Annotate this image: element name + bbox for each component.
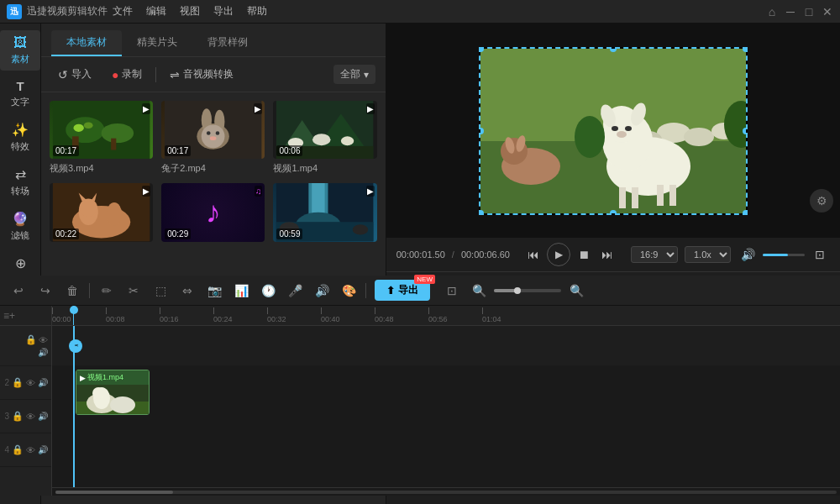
zoom-slider[interactable] xyxy=(494,289,561,292)
overlay-icon: ⊕ xyxy=(15,255,26,271)
zoom-out-button[interactable]: 🔍 xyxy=(467,279,491,302)
sidebar-item-effects[interactable]: ✨ 特效 xyxy=(0,117,40,158)
menu-file[interactable]: 文件 xyxy=(113,4,133,18)
time-total: 00:00:06.60 xyxy=(461,249,510,260)
volume-icon[interactable]: 🔊 xyxy=(738,244,758,265)
handle-top-right[interactable] xyxy=(743,47,748,52)
undo-button[interactable]: ↩ xyxy=(7,279,30,302)
video-clip[interactable]: ▶ 视频1.mp4 xyxy=(76,370,150,415)
menu-view[interactable]: 视图 xyxy=(180,4,200,18)
sidebar-item-filter[interactable]: 🔮 滤镜 xyxy=(0,206,40,247)
chart-button[interactable]: 📊 xyxy=(229,279,253,302)
edit-button[interactable]: ✏ xyxy=(95,279,118,302)
fit-button[interactable]: ⊡ xyxy=(440,279,464,302)
home-icon[interactable]: ⌂ xyxy=(766,6,778,18)
media-item-2[interactable]: 00:06 ▶ 视频1.mp4 xyxy=(273,101,376,175)
cut-button[interactable]: ✂ xyxy=(122,279,145,302)
scrollbar-thumb[interactable] xyxy=(55,491,173,494)
media-duration-0: 00:17 xyxy=(53,145,79,156)
track-4-eye-icon[interactable]: 👁 xyxy=(26,445,35,455)
sidebar-item-transition[interactable]: ⇄ 转场 xyxy=(0,161,40,202)
sidebar-item-media[interactable]: 🖼 素材 xyxy=(0,30,40,71)
add-track-icon[interactable]: ≡+ xyxy=(3,310,15,322)
tab-local[interactable]: 本地素材 xyxy=(51,30,122,56)
track-1-mute-icon[interactable]: 🔊 xyxy=(38,348,48,357)
svg-point-68 xyxy=(92,387,104,399)
track-3-mute-icon[interactable]: 🔊 xyxy=(38,412,48,421)
track-1-eye-icon[interactable]: 👁 xyxy=(39,335,48,345)
import-button[interactable]: ↺ 导入 xyxy=(51,64,98,85)
preview-settings-button[interactable]: ⚙ xyxy=(810,189,833,213)
color-button[interactable]: 🎨 xyxy=(337,279,360,302)
prev-frame-button[interactable]: ⏮ xyxy=(523,244,543,265)
play-controls: ⏮ ▶ ⏹ ⏭ xyxy=(523,243,617,266)
ratio-select[interactable]: 16:9 xyxy=(631,246,678,263)
mic-button[interactable]: 🎤 xyxy=(283,279,307,302)
media-item-5[interactable]: 00:59 ▶ xyxy=(273,183,376,244)
track-1: ✂ xyxy=(52,326,840,366)
ruler-playhead-head xyxy=(70,306,78,314)
track-4-mute-icon[interactable]: 🔊 xyxy=(38,445,48,454)
record-button[interactable]: ● 录制 xyxy=(105,64,149,85)
track-3 xyxy=(52,418,840,452)
track-2-num: 2 xyxy=(4,378,9,387)
playhead-line xyxy=(73,326,75,487)
tab-background[interactable]: 背景样例 xyxy=(192,30,263,56)
media-item-0[interactable]: 00:17 ▶ 视频3.mp4 xyxy=(50,101,153,175)
sidebar-item-text[interactable]: T 文字 xyxy=(0,74,40,113)
track-label-3: 3 🔒 👁 🔊 xyxy=(0,400,51,433)
tab-premium[interactable]: 精美片头 xyxy=(122,30,192,56)
delete-button[interactable]: 🗑 xyxy=(60,279,84,302)
track-2-eye-icon[interactable]: 👁 xyxy=(26,378,35,388)
screenshot-button[interactable]: 📷 xyxy=(202,279,226,302)
next-frame-button[interactable]: ⏭ xyxy=(597,244,617,265)
clock-button[interactable]: 🕐 xyxy=(256,279,280,302)
ruler-corner: ≡+ xyxy=(0,306,51,326)
track-label-2: 2 🔒 👁 🔊 xyxy=(0,366,51,400)
track-4-lock-icon[interactable]: 🔒 xyxy=(12,444,24,455)
track-label-4: 4 🔒 👁 🔊 xyxy=(0,433,51,467)
handle-top-left[interactable] xyxy=(479,47,484,52)
voice-button[interactable]: 🔊 xyxy=(310,279,333,302)
close-icon[interactable]: ✕ xyxy=(822,6,833,18)
redo-button[interactable]: ↪ xyxy=(34,279,57,302)
track-1-lock-icon[interactable]: 🔒 xyxy=(25,334,37,345)
media-item-4[interactable]: ♪ 00:29 ♫ xyxy=(161,183,265,244)
play-button[interactable]: ▶ xyxy=(547,243,570,266)
minimize-icon[interactable]: ─ xyxy=(785,6,796,18)
media-item-3[interactable]: 00:22 ▶ xyxy=(50,183,153,244)
media-toolbar: ↺ 导入 ● 录制 ⇌ 音视频转换 全部 ▾ xyxy=(41,57,386,92)
effects-icon: ✨ xyxy=(12,122,29,138)
mirror-button[interactable]: ⇔ xyxy=(176,279,199,302)
media-item-1[interactable]: 00:17 ▶ 兔子2.mp4 xyxy=(161,101,265,175)
handle-bottom-left[interactable] xyxy=(479,210,484,215)
track-3-lock-icon[interactable]: 🔒 xyxy=(12,411,24,422)
timeline-content: 00:00 00:08 00:16 00:24 00:32 00:40 00:4… xyxy=(52,306,840,496)
new-badge: NEW xyxy=(414,275,435,284)
track-2-lock-icon[interactable]: 🔒 xyxy=(12,377,24,388)
media-thumb-1: 00:17 ▶ xyxy=(161,101,265,159)
handle-bottom-right[interactable] xyxy=(743,210,748,215)
maximize-icon[interactable]: □ xyxy=(803,6,815,18)
stop-button[interactable]: ⏹ xyxy=(574,244,594,265)
zoom-in-button[interactable]: 🔍 xyxy=(564,279,588,302)
zoom-select[interactable]: 1.0x xyxy=(685,246,731,263)
volume-slider[interactable] xyxy=(763,254,805,256)
handle-bottom-mid[interactable] xyxy=(610,210,617,215)
ruler-playhead xyxy=(73,306,74,325)
clip-header: ▶ 视频1.mp4 xyxy=(76,370,149,385)
track-3-eye-icon[interactable]: 👁 xyxy=(26,412,35,422)
crop-button[interactable]: ⬚ xyxy=(149,279,172,302)
fullscreen-icon[interactable]: ⊡ xyxy=(810,244,830,265)
filter-dropdown[interactable]: 全部 ▾ xyxy=(333,65,375,84)
svg-point-22 xyxy=(341,136,354,145)
title-bar-left: 迅 迅捷视频剪辑软件 文件 编辑 视图 导出 帮助 xyxy=(7,4,267,19)
timeline-scrollbar[interactable] xyxy=(52,487,840,496)
menu-export[interactable]: 导出 xyxy=(213,4,234,18)
handle-right-mid[interactable] xyxy=(743,128,748,134)
ruler-mark-7: 00:56 xyxy=(428,307,482,323)
convert-button[interactable]: ⇌ 音视频转换 xyxy=(163,64,240,85)
menu-edit[interactable]: 编辑 xyxy=(146,4,166,18)
track-2-mute-icon[interactable]: 🔊 xyxy=(38,378,48,387)
menu-help[interactable]: 帮助 xyxy=(247,4,267,18)
